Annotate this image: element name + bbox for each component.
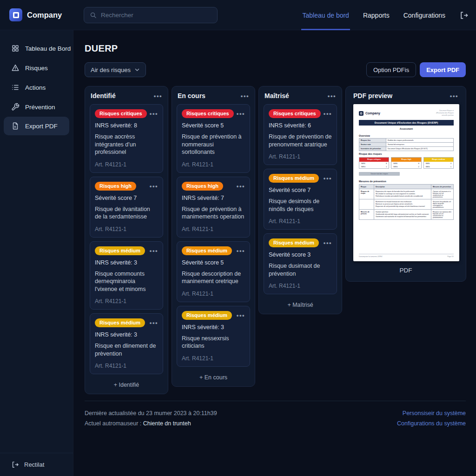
brand: Company bbox=[9, 8, 62, 21]
chevron-down-icon bbox=[134, 67, 140, 73]
add-card-button[interactable]: + Identifié bbox=[90, 378, 163, 388]
pdf-options-button[interactable]: Option PDFis bbox=[366, 62, 416, 77]
current-user-text: Actuel autromauseur : Chiente dn trunteh bbox=[85, 419, 217, 429]
column-menu-icon[interactable]: ••• bbox=[241, 93, 249, 99]
card-description: Risque desimols de ninólls de risques bbox=[269, 198, 332, 213]
add-card-button[interactable]: + Maîtrisé bbox=[264, 298, 337, 308]
card-menu-icon[interactable]: ••• bbox=[324, 240, 332, 246]
sidebar-item-label: Actions bbox=[25, 84, 46, 91]
column-menu-icon[interactable]: ••• bbox=[154, 93, 162, 99]
sidebar-item-label: Export PDF bbox=[25, 123, 58, 130]
card-description: Risque de prévention à nommerausi sortol… bbox=[182, 133, 245, 156]
card-description: Risque de prévention à manimements opera… bbox=[182, 205, 245, 221]
status-badge: Risques critiques bbox=[95, 109, 147, 118]
search-bar[interactable] bbox=[84, 7, 218, 23]
sidebar-item-risques[interactable]: Risques bbox=[0, 58, 73, 78]
risk-card[interactable]: Risques high ••• Séverité score 7 Risque… bbox=[90, 177, 163, 238]
sidebar-logout[interactable]: Rectilat bbox=[0, 453, 73, 476]
risk-card[interactable]: Risques médium ••• Séverité score 3 Risq… bbox=[264, 233, 337, 294]
card-severity: INRS séverité: 8 bbox=[95, 122, 158, 129]
sidebar-item-label: Risques bbox=[25, 65, 48, 72]
nav-rapports[interactable]: Rapports bbox=[362, 0, 390, 30]
status-badge: Risques critiques bbox=[269, 109, 321, 118]
pdf-banner-title: Document Unique d'Evclustien des Risqpes… bbox=[359, 120, 454, 126]
list-icon bbox=[11, 83, 20, 92]
company-logo-icon bbox=[9, 8, 22, 21]
card-menu-icon[interactable]: ••• bbox=[324, 111, 332, 117]
export-pdf-button[interactable]: Export PDF bbox=[420, 62, 466, 77]
risk-card[interactable]: Risques médium ••• INRS séverité: 3 Risq… bbox=[177, 306, 250, 367]
sidebar-item-actions[interactable]: Actions bbox=[0, 78, 73, 97]
sidebar-item-label: Prévention bbox=[25, 104, 55, 111]
last-updated-text: Dernière actualistée du 23 mumer 2023 à … bbox=[85, 409, 217, 419]
card-menu-icon[interactable]: ••• bbox=[324, 175, 332, 181]
search-input[interactable] bbox=[101, 12, 212, 19]
card-description: Risque aocrèss intégrantes d'un professi… bbox=[95, 133, 158, 156]
logout-icon[interactable] bbox=[459, 11, 469, 20]
page-title: DUERP bbox=[85, 43, 466, 54]
risk-card[interactable]: Risques critiques ••• INRS séverité: 8 R… bbox=[90, 104, 163, 173]
pdf-preview-title: PDF preview bbox=[353, 92, 392, 99]
card-article: Art. R4121-1 bbox=[95, 363, 158, 369]
card-article: Art. R4121-1 bbox=[182, 161, 245, 168]
pdf-preview-menu-icon[interactable]: ••• bbox=[450, 93, 458, 99]
risk-card[interactable]: Risques médium ••• INRS séverité: 3 Risq… bbox=[90, 241, 163, 310]
nav-configurations[interactable]: Configurations bbox=[403, 0, 446, 30]
nav-tableau-de-bord[interactable]: Tableau de bord bbox=[301, 0, 350, 30]
risk-filter-dropdown[interactable]: Air des risques bbox=[85, 62, 146, 77]
pdf-overview-table: Risques lieuEtablati des risques profess… bbox=[359, 138, 454, 151]
card-menu-icon[interactable]: ••• bbox=[237, 248, 245, 254]
pdf-risk-box-medium: Risqes medium bbox=[424, 158, 453, 162]
status-badge: Risques high bbox=[182, 182, 223, 191]
sidebar-logout-label: Rectilat bbox=[24, 461, 44, 468]
status-badge: Risques high bbox=[95, 182, 136, 191]
card-menu-icon[interactable]: ••• bbox=[237, 312, 245, 318]
card-menu-icon[interactable]: ••• bbox=[150, 183, 158, 189]
pdf-caption: PDF bbox=[353, 267, 458, 274]
brand-name: Company bbox=[27, 11, 62, 20]
risk-card[interactable]: Risques médium ••• INRS séverité: 3 Risq… bbox=[90, 313, 163, 374]
pdf-mesures-table: Risque Description Mesures de prevention… bbox=[359, 184, 454, 220]
status-badge: Risques critiques bbox=[182, 109, 234, 118]
card-description: Risque en dlinement de prèvention bbox=[95, 342, 158, 357]
column-title: En cours bbox=[178, 92, 205, 99]
card-menu-icon[interactable]: ••• bbox=[150, 111, 158, 117]
pdf-corner-text: Document Risque et d'Evaluation des Risq… bbox=[436, 110, 454, 117]
card-article: Art. R4121-1 bbox=[269, 283, 332, 289]
card-article: Art. R4121-1 bbox=[182, 355, 245, 362]
card-menu-icon[interactable]: ••• bbox=[150, 320, 158, 326]
status-badge: Risques médium bbox=[95, 246, 145, 255]
sidebar: Tableau de Bord Risques Actions Préventi… bbox=[0, 30, 73, 476]
risk-card[interactable]: Risques médium ••• Séverité score 7 Risq… bbox=[264, 169, 337, 230]
risk-card[interactable]: Risques critiques ••• Séverité score 5 R… bbox=[177, 104, 250, 173]
sidebar-item-tableau-de-bord[interactable]: Tableau de Bord bbox=[0, 39, 73, 58]
pdf-subtitle: Assessment bbox=[359, 128, 454, 130]
column-menu-icon[interactable]: ••• bbox=[328, 93, 336, 99]
pdf-overview-heading: Overview bbox=[359, 134, 454, 137]
pdf-company-name: Company bbox=[365, 112, 380, 115]
status-badge: Risques médium bbox=[95, 318, 145, 327]
card-article: Art. R4121-1 bbox=[182, 291, 245, 297]
card-menu-icon[interactable]: ••• bbox=[237, 183, 245, 189]
link-personnaliser-systeme[interactable]: Personsiseir du système bbox=[397, 409, 466, 419]
sidebar-item-export-pdf[interactable]: Export PDF bbox=[4, 117, 69, 135]
risk-card[interactable]: Risques critiques ••• INRS séverité: 6 R… bbox=[264, 104, 337, 165]
card-menu-icon[interactable]: ••• bbox=[237, 111, 245, 117]
card-article: Art. R4121-1 bbox=[182, 226, 245, 232]
logout-icon bbox=[11, 461, 19, 469]
column-title: Maîtrisé bbox=[264, 92, 289, 99]
pdf-mesures-heading: Mesures de prévention bbox=[359, 180, 454, 183]
card-description: Risque de ilvanitation de la serdamtenis… bbox=[95, 205, 158, 221]
pdf-document-preview[interactable]: Company Document Risque et d'Evaluation … bbox=[353, 104, 459, 261]
card-article: Art. R4121-1 bbox=[95, 226, 158, 232]
sidebar-item-prevention[interactable]: Prévention bbox=[0, 97, 73, 117]
card-article: Art. R4121-1 bbox=[95, 161, 158, 168]
risk-card[interactable]: Risques high ••• INRS séverité: 7 Risque… bbox=[177, 177, 250, 238]
add-card-button[interactable]: + En cours bbox=[177, 370, 250, 381]
card-severity: Séverité score 5 bbox=[182, 122, 245, 129]
link-configurations-systeme[interactable]: Configurations du système bbox=[397, 419, 466, 429]
card-severity: INRS séverité: 6 bbox=[269, 122, 332, 129]
card-menu-icon[interactable]: ••• bbox=[150, 248, 158, 254]
risk-card[interactable]: Risques médium ••• Séverité score 5 Risq… bbox=[177, 241, 250, 302]
column-maitrise: Maîtrisé ••• Risques critiques ••• INRS … bbox=[258, 86, 342, 314]
